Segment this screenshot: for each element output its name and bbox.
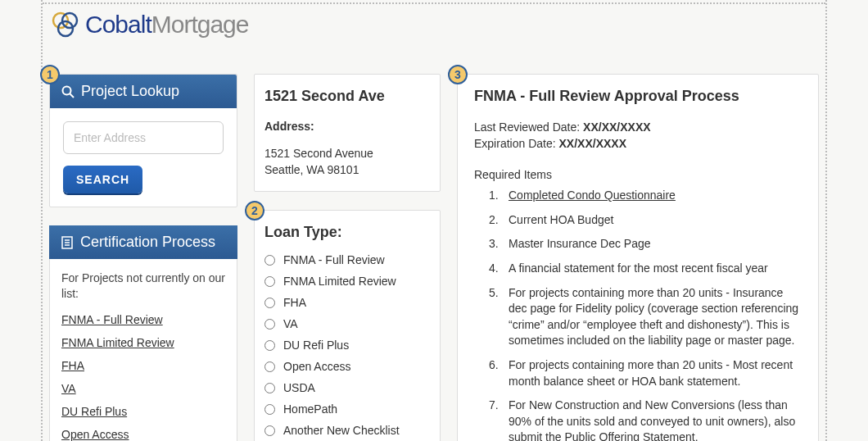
cert-link-fnma-full[interactable]: FNMA - Full Review [61, 313, 225, 326]
address-line2: Seattle, WA 98101 [264, 162, 430, 179]
cert-link-fha[interactable]: FHA [61, 359, 225, 372]
property-title: 1521 Second Ave [264, 88, 430, 105]
step-badge-2: 2 [245, 201, 264, 220]
required-item: 7.For New Construction and New Conversio… [489, 398, 802, 441]
certification-intro: For Projects not currently on our list: [61, 271, 225, 302]
brand-logo: CobaltMortgage [49, 10, 248, 39]
step-badge-1: 1 [40, 65, 60, 84]
certification-title: Certification Process [80, 234, 215, 251]
review-meta: Last Reviewed Date: XX/XX/XXXX Expiratio… [474, 120, 802, 152]
certification-header: Certification Process [49, 225, 237, 259]
svg-line-4 [70, 93, 75, 98]
review-last-date: XX/XX/XXXX [583, 120, 650, 134]
loan-option-another[interactable]: Another New Checklist [264, 420, 430, 441]
address-line1: 1521 Second Avenue [264, 146, 430, 162]
loan-option-fnma-limited[interactable]: FNMA Limited Review [264, 271, 430, 292]
required-item: 3.Master Insurance Dec Page [489, 236, 802, 252]
certification-panel: Certification Process For Projects not c… [49, 225, 237, 441]
cert-link-va[interactable]: VA [61, 382, 225, 395]
loan-option-fnma-full[interactable]: FNMA - Full Review [264, 249, 430, 271]
logo-rings-icon [49, 10, 82, 39]
loan-option-open-access[interactable]: Open Access [264, 356, 430, 377]
required-item: 6.For projects containing more than 20 u… [489, 357, 802, 389]
search-button[interactable]: SEARCH [63, 166, 142, 193]
review-expiration-date: XX/XX/XXXX [559, 137, 626, 150]
required-items-list: 1.Completed Condo Questionnaire 2.Curren… [474, 188, 802, 441]
loan-option-du-refi[interactable]: DU Refi Plus [264, 334, 430, 356]
required-item: 4.A financial statement for the most rec… [489, 261, 802, 277]
required-items-title: Required Items [474, 168, 802, 181]
condo-questionnaire-link[interactable]: Completed Condo Questionnaire [509, 188, 676, 204]
loan-type-panel: 2 Loan Type: FNMA - Full Review FNMA Lim… [254, 210, 441, 441]
project-lookup-panel: 1 Project Lookup SEARCH [49, 74, 237, 207]
lookup-title: Project Lookup [81, 83, 179, 100]
required-item: 1.Completed Condo Questionnaire [489, 188, 802, 204]
loan-option-homepath[interactable]: HomePath [264, 398, 430, 420]
logo-text: CobaltMortgage [85, 11, 248, 39]
loan-option-usda[interactable]: USDA [264, 377, 430, 398]
search-icon [61, 85, 75, 98]
cert-link-du-refi[interactable]: DU Refi Plus [61, 405, 225, 418]
address-label: Address: [264, 120, 430, 133]
cert-link-open-access[interactable]: Open Access [61, 428, 225, 441]
review-panel: 3 FNMA - Full Review Approval Process La… [457, 74, 819, 441]
address-input[interactable] [63, 121, 224, 154]
review-title: FNMA - Full Review Approval Process [474, 88, 802, 105]
document-icon [61, 236, 74, 249]
cert-link-fnma-limited[interactable]: FNMA Limited Review [61, 336, 225, 349]
step-badge-3: 3 [448, 65, 468, 84]
loan-option-fha[interactable]: FHA [264, 292, 430, 313]
svg-point-3 [63, 86, 71, 94]
loan-type-title: Loan Type: [264, 224, 430, 241]
lookup-header: Project Lookup [50, 75, 237, 108]
required-item: 2.Current HOA Budget [489, 212, 802, 229]
loan-option-va[interactable]: VA [264, 313, 430, 334]
required-item: 5.For projects containing more than 20 u… [489, 285, 802, 349]
property-panel: 1521 Second Ave Address: 1521 Second Ave… [254, 74, 441, 192]
